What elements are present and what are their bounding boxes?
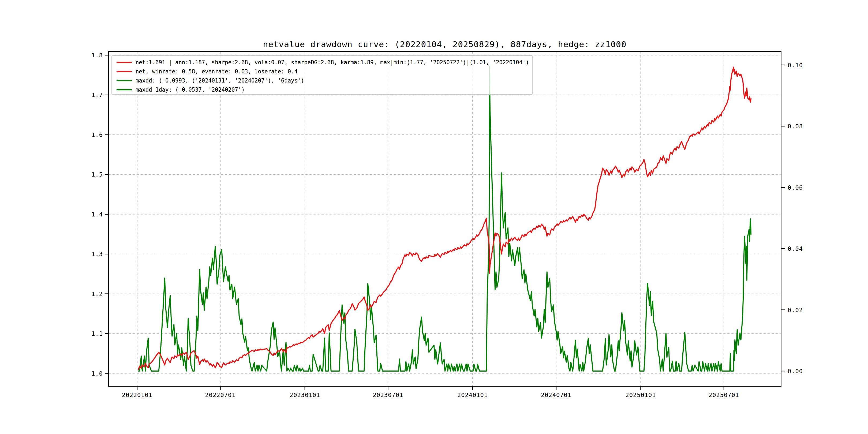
legend-label: net, winrate: 0.58, evenrate: 0.03, lose…: [135, 68, 298, 75]
legend-box: net:1.691 | ann:1.187, sharpe:2.68, vola…: [112, 56, 533, 95]
y-left-tick-label: 1.8: [91, 52, 103, 59]
x-tick-label: 20230101: [289, 392, 320, 398]
y-right-tick-label: 0.02: [787, 307, 803, 313]
netvalue-drawdown-chart: net:1.691 | ann:1.187, sharpe:2.68, vola…: [0, 0, 868, 434]
x-tick-label: 20240101: [457, 392, 488, 398]
y-left-tick-label: 1.5: [91, 171, 103, 178]
y-left-tick-label: 1.1: [91, 330, 103, 337]
x-tick-label: 20240701: [541, 392, 571, 398]
figure-canvas: net:1.691 | ann:1.187, sharpe:2.68, vola…: [0, 0, 868, 434]
y-left-tick-label: 1.2: [91, 291, 103, 298]
plot-border: [108, 52, 781, 386]
y-left-tick-label: 1.3: [91, 251, 103, 257]
y-left-tick-label: 1.4: [91, 211, 103, 218]
x-tick-label: 20250101: [625, 392, 656, 398]
legend-label: maxdd: (-0.0993, ('20240131', '20240207'…: [135, 78, 304, 84]
axis-layer: 2022010120220701202301012023070120240101…: [91, 52, 803, 398]
y-left-tick-label: 1.6: [91, 131, 103, 138]
y-right-tick-label: 0.04: [787, 245, 803, 252]
legend-label: net:1.691 | ann:1.187, sharpe:2.68, vola…: [135, 59, 529, 66]
curve-layer: [138, 66, 751, 371]
y-left-tick-label: 1.7: [91, 92, 103, 98]
x-tick-label: 20250701: [709, 392, 739, 398]
y-right-tick-label: 0.06: [787, 184, 803, 191]
x-tick-label: 20220701: [205, 392, 236, 398]
y-right-tick-label: 0.00: [787, 368, 803, 374]
y-right-tick-label: 0.08: [787, 123, 803, 130]
net-curve: [138, 67, 751, 369]
drawdown-curve: [138, 66, 751, 371]
chart-title: netvalue drawdown curve: (20220104, 2025…: [263, 39, 627, 49]
y-right-tick-label: 0.10: [787, 62, 803, 69]
grid-layer: [108, 52, 781, 386]
legend-label: maxdd_1day: (-0.0537, '20240207'): [135, 87, 245, 93]
x-tick-label: 20230701: [373, 392, 403, 398]
x-tick-label: 20220101: [122, 392, 152, 398]
y-left-tick-label: 1.0: [91, 370, 103, 377]
